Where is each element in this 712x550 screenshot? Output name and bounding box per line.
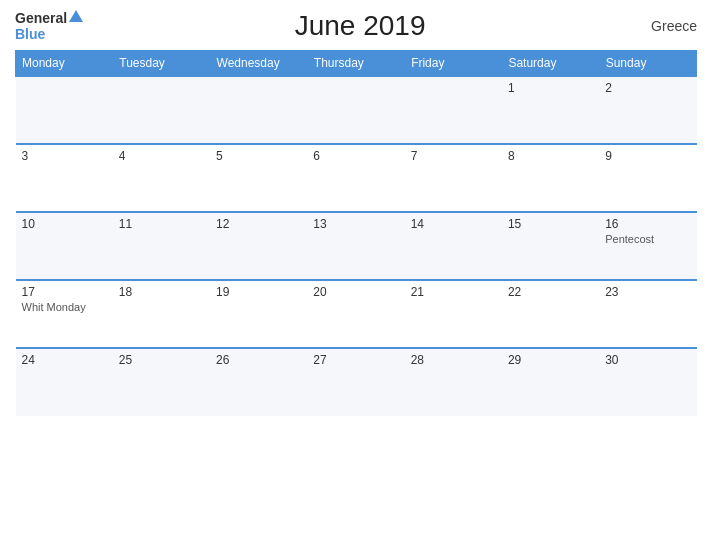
calendar-cell: 16Pentecost [599,212,696,280]
week-row-5: 24252627282930 [16,348,697,416]
calendar-cell: 29 [502,348,599,416]
calendar-header: MondayTuesdayWednesdayThursdayFridaySatu… [16,51,697,77]
calendar-cell: 28 [405,348,502,416]
weekday-header-tuesday: Tuesday [113,51,210,77]
day-number: 17 [22,285,107,299]
day-number: 11 [119,217,204,231]
day-number: 20 [313,285,398,299]
calendar-cell: 18 [113,280,210,348]
calendar-cell: 17Whit Monday [16,280,113,348]
day-number: 27 [313,353,398,367]
weekday-header-monday: Monday [16,51,113,77]
calendar-cell: 5 [210,144,307,212]
logo-triangle-icon [69,10,83,22]
weekday-header-thursday: Thursday [307,51,404,77]
header: General Blue June 2019 Greece [15,10,697,42]
month-title: June 2019 [83,10,637,42]
logo-general-text: General [15,10,67,26]
day-number: 14 [411,217,496,231]
calendar-cell [113,76,210,144]
day-number: 5 [216,149,301,163]
day-number: 3 [22,149,107,163]
calendar-cell: 30 [599,348,696,416]
calendar-cell: 10 [16,212,113,280]
calendar-cell: 26 [210,348,307,416]
calendar-cell: 11 [113,212,210,280]
day-number: 15 [508,217,593,231]
day-event: Pentecost [605,233,690,245]
weekday-header-sunday: Sunday [599,51,696,77]
calendar-table: MondayTuesdayWednesdayThursdayFridaySatu… [15,50,697,416]
week-row-4: 17Whit Monday181920212223 [16,280,697,348]
day-number: 21 [411,285,496,299]
calendar-cell: 13 [307,212,404,280]
calendar-cell [210,76,307,144]
calendar-cell: 2 [599,76,696,144]
calendar-cell: 7 [405,144,502,212]
calendar-cell: 8 [502,144,599,212]
day-number: 9 [605,149,690,163]
day-number: 25 [119,353,204,367]
calendar-cell: 23 [599,280,696,348]
calendar-cell: 3 [16,144,113,212]
week-row-3: 10111213141516Pentecost [16,212,697,280]
day-number: 23 [605,285,690,299]
calendar-cell: 6 [307,144,404,212]
calendar-cell: 21 [405,280,502,348]
day-number: 24 [22,353,107,367]
day-number: 8 [508,149,593,163]
day-number: 18 [119,285,204,299]
calendar-cell: 27 [307,348,404,416]
calendar-cell: 14 [405,212,502,280]
day-number: 2 [605,81,690,95]
day-number: 4 [119,149,204,163]
calendar-cell: 24 [16,348,113,416]
weekday-header-friday: Friday [405,51,502,77]
day-number: 10 [22,217,107,231]
logo-blue-text: Blue [15,26,45,42]
day-number: 7 [411,149,496,163]
calendar-cell: 25 [113,348,210,416]
day-event: Whit Monday [22,301,107,313]
weekday-row: MondayTuesdayWednesdayThursdayFridaySatu… [16,51,697,77]
week-row-1: 12 [16,76,697,144]
calendar-cell: 22 [502,280,599,348]
calendar-cell: 19 [210,280,307,348]
calendar-cell: 12 [210,212,307,280]
day-number: 19 [216,285,301,299]
calendar-cell: 9 [599,144,696,212]
day-number: 22 [508,285,593,299]
day-number: 16 [605,217,690,231]
calendar-cell: 1 [502,76,599,144]
country-label: Greece [637,18,697,34]
calendar-cell: 20 [307,280,404,348]
day-number: 29 [508,353,593,367]
calendar-body: 12345678910111213141516Pentecost17Whit M… [16,76,697,416]
day-number: 1 [508,81,593,95]
weekday-header-saturday: Saturday [502,51,599,77]
day-number: 28 [411,353,496,367]
weekday-header-wednesday: Wednesday [210,51,307,77]
week-row-2: 3456789 [16,144,697,212]
day-number: 12 [216,217,301,231]
logo: General Blue [15,10,83,42]
day-number: 13 [313,217,398,231]
calendar-cell: 15 [502,212,599,280]
day-number: 26 [216,353,301,367]
calendar-cell: 4 [113,144,210,212]
day-number: 6 [313,149,398,163]
calendar-cell [307,76,404,144]
calendar-cell [16,76,113,144]
page: General Blue June 2019 Greece MondayTues… [0,0,712,550]
calendar-cell [405,76,502,144]
day-number: 30 [605,353,690,367]
